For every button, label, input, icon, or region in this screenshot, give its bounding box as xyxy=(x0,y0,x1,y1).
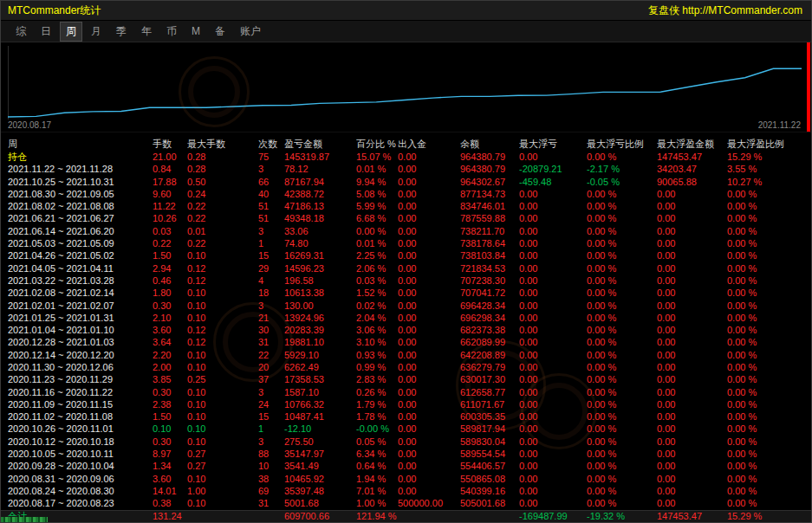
value-cell: 0.28 xyxy=(187,151,258,163)
table-row[interactable]: 2021.01.25 ~ 2021.01.312.100.102113924.9… xyxy=(1,312,811,324)
table-row[interactable]: 2020.09.28 ~ 2020.10.041.340.27103541.49… xyxy=(1,460,811,472)
table-row[interactable]: 2020.12.14 ~ 2020.12.202.200.10225929.10… xyxy=(1,349,811,361)
table-row[interactable]: 2021.02.01 ~ 2021.02.070.300.103130.000.… xyxy=(1,300,811,312)
value-cell: 0.00 xyxy=(519,312,587,324)
value-cell: 18 xyxy=(258,287,284,299)
value-cell: 589554.54 xyxy=(460,448,519,460)
menu-item-账户[interactable]: 账户 xyxy=(234,22,267,42)
table-row[interactable]: 2020.10.26 ~ 2020.11.010.100.101-12.10-0… xyxy=(1,423,811,436)
value-cell: 0.00 % xyxy=(587,349,657,361)
menu-item-综[interactable]: 综 xyxy=(10,22,32,42)
table-row[interactable]: 2020.10.05 ~ 2020.10.118.970.278835147.9… xyxy=(1,448,811,460)
period-cell: 2021.05.03 ~ 2021.05.09 xyxy=(8,237,153,249)
value-cell: 738103.84 xyxy=(460,249,519,262)
value-cell: 10465.92 xyxy=(284,473,356,485)
period-cell: 2021.11.22 ~ 2021.11.28 xyxy=(8,163,153,175)
brand-link[interactable]: 复盘侠 http://MTCommander.com xyxy=(648,3,802,18)
table-row[interactable]: 2020.10.12 ~ 2020.10.180.300.103275.500.… xyxy=(1,436,811,448)
table-row[interactable]: 2021.10.25 ~ 2021.10.3117.880.506687167.… xyxy=(1,176,811,188)
value-cell: 0.05 % xyxy=(356,436,398,448)
table-row[interactable]: 2021.08.02 ~ 2021.08.0811.220.225147186.… xyxy=(1,200,811,212)
menu-item-备[interactable]: 备 xyxy=(209,22,231,42)
menu-item-M[interactable]: M xyxy=(185,23,206,40)
value-cell: 0.00 xyxy=(657,212,727,224)
value-cell: 0.38 xyxy=(153,497,187,509)
column-header: 盈亏金额 xyxy=(284,138,356,151)
value-cell: 0.64 % xyxy=(356,460,398,472)
table-row[interactable]: 2020.12.28 ~ 2021.01.033.640.123119881.1… xyxy=(1,336,811,348)
value-cell: 721834.53 xyxy=(460,262,519,274)
menu-item-年[interactable]: 年 xyxy=(135,22,158,42)
table-total-row[interactable]: 合计131.24609700.66121.94 %-169487.99-19.3… xyxy=(1,510,811,523)
table-row[interactable]: 2021.06.14 ~ 2021.06.200.030.01333.060.0… xyxy=(1,225,811,237)
value-cell: 0.00 xyxy=(657,225,727,237)
value-cell: 37 xyxy=(258,373,284,385)
column-header: 次数 xyxy=(258,138,284,151)
table-row[interactable]: 2020.08.17 ~ 2020.08.230.380.10315001.68… xyxy=(1,497,811,509)
value-cell: -0.00 % xyxy=(356,423,398,435)
value-cell: 636279.79 xyxy=(460,361,519,373)
value-cell: 696298.34 xyxy=(460,312,519,324)
value-cell: 0.00 xyxy=(519,386,587,398)
value-cell: 11.22 xyxy=(153,200,187,212)
value-cell: 877134.73 xyxy=(460,188,519,200)
table-row[interactable]: 2020.11.30 ~ 2020.12.062.000.10206262.49… xyxy=(1,361,811,373)
table-row[interactable]: 2020.11.16 ~ 2020.11.220.300.1031587.100… xyxy=(1,386,811,398)
value-cell: 0.00 % xyxy=(727,436,811,448)
table-row[interactable]: 2020.08.31 ~ 2020.09.063.600.103810465.9… xyxy=(1,473,811,485)
value-cell: 0.10 xyxy=(187,349,258,361)
value-cell: 600305.35 xyxy=(460,410,519,423)
table-row[interactable]: 2020.11.09 ~ 2020.11.152.380.102410766.3… xyxy=(1,398,811,410)
period-cell: 2021.02.08 ~ 2021.02.14 xyxy=(8,287,153,299)
period-cell: 2020.12.14 ~ 2020.12.20 xyxy=(8,349,153,361)
value-cell: 42388.72 xyxy=(284,188,356,200)
value-cell: -2.17 % xyxy=(587,163,657,175)
value-cell: 0.00 xyxy=(398,249,460,262)
period-cell: 2020.11.16 ~ 2020.11.22 xyxy=(8,386,153,398)
menu-item-周[interactable]: 周 xyxy=(60,22,82,42)
value-cell: 275.50 xyxy=(284,436,356,448)
value-cell: 15 xyxy=(258,410,284,423)
table-row[interactable]: 2021.03.22 ~ 2021.03.280.460.124196.580.… xyxy=(1,274,811,287)
value-cell: 0.10 xyxy=(187,423,258,435)
value-cell: 0.00 xyxy=(398,200,460,212)
table-row[interactable]: 2021.06.21 ~ 2021.06.2710.260.225149348.… xyxy=(1,212,811,224)
value-cell: 611071.67 xyxy=(460,398,519,410)
table-row[interactable]: 2021.11.22 ~ 2021.11.280.840.28378.120.0… xyxy=(1,163,811,175)
table-row[interactable]: 2021.04.05 ~ 2021.04.112.940.122914596.2… xyxy=(1,262,811,274)
table-row[interactable]: 持仓21.000.2875145319.8715.07 %0.00964380.… xyxy=(1,151,811,163)
value-cell: 0.00 % xyxy=(727,448,811,460)
value-cell: 0.00 % xyxy=(727,361,811,373)
value-cell: 0.00 xyxy=(398,361,460,373)
menu-item-币[interactable]: 币 xyxy=(160,22,183,42)
table-row[interactable]: 2021.02.08 ~ 2021.02.141.800.101810613.3… xyxy=(1,287,811,299)
value-cell: 5.08 % xyxy=(356,188,398,200)
value-cell: 17358.53 xyxy=(284,373,356,385)
menu-item-季[interactable]: 季 xyxy=(110,22,133,42)
value-cell: 0.10 xyxy=(187,473,258,485)
value-cell: 17.88 xyxy=(153,176,187,188)
table-row[interactable]: 2020.11.02 ~ 2020.11.081.500.101510487.4… xyxy=(1,410,811,423)
column-header: 手数 xyxy=(153,138,187,151)
value-cell: 738178.64 xyxy=(460,237,519,249)
value-cell: 0.10 xyxy=(187,398,258,410)
value-cell: 0.00 xyxy=(519,212,587,224)
value-cell: 0.00 % xyxy=(727,336,811,348)
menu-item-月[interactable]: 月 xyxy=(85,22,107,42)
value-cell: 3.10 % xyxy=(356,336,398,348)
value-cell: 0.00 xyxy=(398,151,460,163)
value-cell: 0.00 xyxy=(519,336,587,348)
value-cell: 0.00 xyxy=(519,287,587,299)
menu-bar: 综日周月季年币M备账户 xyxy=(1,21,811,42)
table-row[interactable]: 2020.08.24 ~ 2020.08.3014.011.006935397.… xyxy=(1,485,811,497)
menu-item-日[interactable]: 日 xyxy=(35,22,57,42)
column-header: 最大浮亏比例 xyxy=(587,138,657,151)
table-row[interactable]: 2021.08.30 ~ 2021.09.059.600.244042388.7… xyxy=(1,188,811,200)
value-cell: 0.00 xyxy=(657,485,727,497)
table-row[interactable]: 2020.11.23 ~ 2020.11.293.850.253717358.5… xyxy=(1,373,811,385)
table-row[interactable]: 2021.05.03 ~ 2021.05.090.220.22174.800.0… xyxy=(1,237,811,249)
table-row[interactable]: 2021.01.04 ~ 2021.01.103.600.123020283.3… xyxy=(1,324,811,336)
value-cell: 0.00 xyxy=(657,300,727,312)
value-cell: 15.07 % xyxy=(356,151,398,163)
table-row[interactable]: 2021.04.26 ~ 2021.05.021.500.101516269.3… xyxy=(1,249,811,262)
